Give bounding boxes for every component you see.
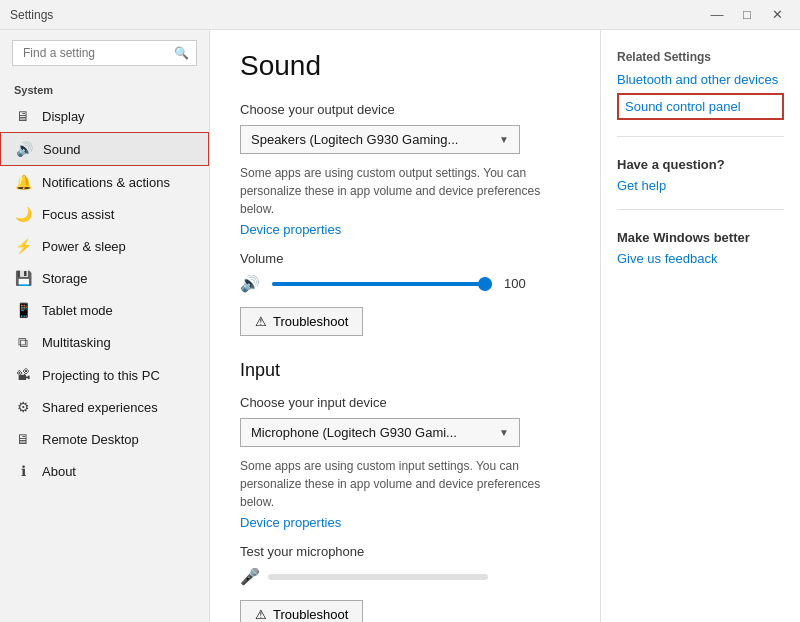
sidebar-item-label: Remote Desktop: [42, 432, 139, 447]
search-container: 🔍: [12, 40, 197, 66]
sidebar-item-label: Shared experiences: [42, 400, 158, 415]
chevron-down-icon: ▼: [499, 134, 509, 145]
output-troubleshoot-button[interactable]: ⚠ Troubleshoot: [240, 307, 363, 336]
volume-value: 100: [504, 276, 526, 291]
about-icon: ℹ: [14, 463, 32, 479]
shared-icon: ⚙: [14, 399, 32, 415]
volume-slider[interactable]: [272, 282, 492, 286]
question-title: Have a question?: [617, 157, 784, 172]
input-section-title: Input: [240, 360, 570, 381]
output-device-value: Speakers (Logitech G930 Gaming...: [251, 132, 458, 147]
close-button[interactable]: ✕: [764, 6, 790, 24]
troubleshoot-label: Troubleshoot: [273, 314, 348, 329]
related-settings-label: Related Settings: [617, 50, 784, 64]
feedback-section: Make Windows better Give us feedback: [617, 230, 784, 266]
mic-bar-row: 🎤: [240, 567, 570, 586]
system-label: System: [0, 76, 209, 100]
sidebar-item-label: Notifications & actions: [42, 175, 170, 190]
sidebar: 🔍 System 🖥 Display 🔊 Sound 🔔 Notificatio…: [0, 30, 210, 622]
bluetooth-link[interactable]: Bluetooth and other devices: [617, 72, 784, 87]
sidebar-item-storage[interactable]: 💾 Storage: [0, 262, 209, 294]
projecting-icon: 📽: [14, 367, 32, 383]
input-device-dropdown[interactable]: Microphone (Logitech G930 Gami... ▼: [240, 418, 520, 447]
sidebar-item-label: Projecting to this PC: [42, 368, 160, 383]
sidebar-item-tablet[interactable]: 📱 Tablet mode: [0, 294, 209, 326]
sidebar-item-label: Tablet mode: [42, 303, 113, 318]
titlebar-title: Settings: [10, 8, 53, 22]
output-device-properties-link[interactable]: Device properties: [240, 222, 341, 237]
sidebar-item-label: Storage: [42, 271, 88, 286]
sidebar-item-label: Focus assist: [42, 207, 114, 222]
multitasking-icon: ⧉: [14, 334, 32, 351]
get-help-link[interactable]: Get help: [617, 178, 784, 193]
output-device-dropdown[interactable]: Speakers (Logitech G930 Gaming... ▼: [240, 125, 520, 154]
feedback-link[interactable]: Give us feedback: [617, 251, 784, 266]
maximize-button[interactable]: □: [734, 6, 760, 24]
input-device-value: Microphone (Logitech G930 Gami...: [251, 425, 457, 440]
volume-slider-thumb: [478, 277, 492, 291]
warning-icon: ⚠: [255, 314, 267, 329]
focus-icon: 🌙: [14, 206, 32, 222]
minimize-button[interactable]: —: [704, 6, 730, 24]
sidebar-item-remote[interactable]: 🖥 Remote Desktop: [0, 423, 209, 455]
sidebar-item-label: Sound: [43, 142, 81, 157]
sidebar-item-notifications[interactable]: 🔔 Notifications & actions: [0, 166, 209, 198]
power-icon: ⚡: [14, 238, 32, 254]
sidebar-item-power[interactable]: ⚡ Power & sleep: [0, 230, 209, 262]
input-device-properties-link[interactable]: Device properties: [240, 515, 341, 530]
main-content: Sound Choose your output device Speakers…: [210, 30, 600, 622]
chevron-down-icon: ▼: [499, 427, 509, 438]
sound-icon: 🔊: [15, 141, 33, 157]
divider2: [617, 209, 784, 210]
right-panel: Related Settings Bluetooth and other dev…: [600, 30, 800, 622]
input-troubleshoot-button[interactable]: ⚠ Troubleshoot: [240, 600, 363, 622]
input-troubleshoot-label: Troubleshoot: [273, 607, 348, 622]
titlebar-controls: — □ ✕: [704, 6, 790, 24]
sidebar-item-display[interactable]: 🖥 Display: [0, 100, 209, 132]
mic-icon: 🎤: [240, 567, 260, 586]
app-body: 🔍 System 🖥 Display 🔊 Sound 🔔 Notificatio…: [0, 30, 800, 622]
sidebar-item-label: Multitasking: [42, 335, 111, 350]
sidebar-item-label: Display: [42, 109, 85, 124]
tablet-icon: 📱: [14, 302, 32, 318]
input-description: Some apps are using custom input setting…: [240, 457, 570, 511]
sidebar-item-multitasking[interactable]: ⧉ Multitasking: [0, 326, 209, 359]
volume-slider-fill: [272, 282, 492, 286]
mic-test-section: Test your microphone 🎤: [240, 544, 570, 586]
windows-better-title: Make Windows better: [617, 230, 784, 245]
sidebar-item-label: Power & sleep: [42, 239, 126, 254]
sound-control-panel-link[interactable]: Sound control panel: [617, 93, 784, 120]
mic-bar: [268, 574, 488, 580]
sidebar-item-label: About: [42, 464, 76, 479]
sidebar-item-shared[interactable]: ⚙ Shared experiences: [0, 391, 209, 423]
input-device-label: Choose your input device: [240, 395, 570, 410]
output-description: Some apps are using custom output settin…: [240, 164, 570, 218]
sidebar-item-sound[interactable]: 🔊 Sound: [0, 132, 209, 166]
warning-icon: ⚠: [255, 607, 267, 622]
volume-label: Volume: [240, 251, 570, 266]
search-input[interactable]: [12, 40, 197, 66]
divider: [617, 136, 784, 137]
titlebar: Settings — □ ✕: [0, 0, 800, 30]
storage-icon: 💾: [14, 270, 32, 286]
sidebar-item-focus[interactable]: 🌙 Focus assist: [0, 198, 209, 230]
volume-icon: 🔊: [240, 274, 260, 293]
display-icon: 🖥: [14, 108, 32, 124]
sidebar-item-about[interactable]: ℹ About: [0, 455, 209, 487]
question-section: Have a question? Get help: [617, 157, 784, 193]
output-device-label: Choose your output device: [240, 102, 570, 117]
remote-icon: 🖥: [14, 431, 32, 447]
volume-row: 🔊 100: [240, 274, 570, 293]
search-icon: 🔍: [174, 46, 189, 60]
sidebar-item-projecting[interactable]: 📽 Projecting to this PC: [0, 359, 209, 391]
mic-test-label: Test your microphone: [240, 544, 570, 559]
notifications-icon: 🔔: [14, 174, 32, 190]
volume-section: Volume 🔊 100: [240, 251, 570, 293]
page-title: Sound: [240, 50, 570, 82]
